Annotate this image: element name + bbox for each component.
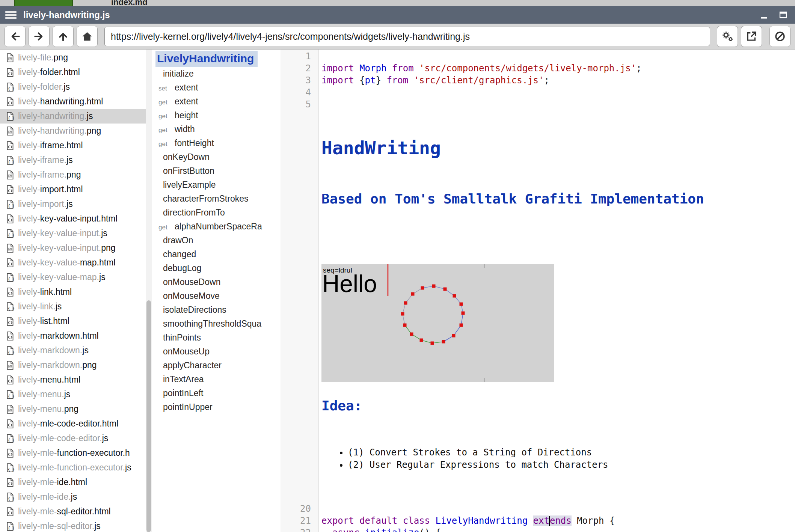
file-item[interactable]: lively-key-value-map.html — [0, 255, 146, 270]
outline-item[interactable]: directionFromTo — [152, 206, 281, 220]
file-name: lively-mle-ide.js — [18, 492, 77, 502]
outline-item[interactable]: applyCharacter — [152, 359, 281, 372]
file-item[interactable]: { }lively-menu.js — [0, 387, 146, 402]
file-item[interactable]: lively-key-value-input.png — [0, 241, 146, 255]
outline-item[interactable]: getalphaNumberSpaceRa — [152, 220, 281, 234]
outline-item[interactable]: characterFromStrokes — [152, 192, 281, 206]
file-item[interactable]: { }lively-mle-sql-editor.js — [0, 519, 146, 532]
outline-item[interactable]: isolateDirections — [152, 303, 281, 317]
markdown-h2: Based on Tom's Smalltalk Grafiti Impleme… — [321, 193, 704, 205]
file-item[interactable]: lively-menu.png — [0, 402, 146, 416]
file-list: lively-file.pnglively-folder.html{ }live… — [0, 50, 146, 532]
file-item[interactable]: { }lively-link.js — [0, 299, 146, 314]
file-item[interactable]: lively-markdown.html — [0, 329, 146, 343]
outline-item[interactable]: livelyExample — [152, 178, 281, 192]
outline-item[interactable]: pointInUpper — [152, 400, 281, 414]
file-item[interactable]: { }lively-markdown.js — [0, 343, 146, 358]
code-line-text[interactable]: import Morph from 'src/components/widget… — [318, 62, 642, 74]
js-file-icon: { } — [5, 521, 15, 531]
outline-item[interactable]: onMouseUp — [152, 345, 281, 359]
code-line-text[interactable] — [318, 98, 321, 110]
file-item[interactable]: { }lively-iframe.js — [0, 153, 146, 167]
outline-item[interactable]: drawOn — [152, 234, 281, 247]
back-button[interactable] — [5, 26, 26, 47]
outline-item[interactable]: onMouseMove — [152, 289, 281, 303]
code-line-text[interactable]: export default class LivelyHandwriting e… — [318, 515, 615, 527]
png-file-icon — [5, 243, 15, 253]
js-file-icon: { } — [5, 229, 15, 238]
file-item[interactable]: lively-folder.html — [0, 65, 146, 80]
file-item[interactable]: lively-import.html — [0, 182, 146, 197]
up-button[interactable] — [53, 26, 74, 47]
block-button[interactable] — [769, 26, 790, 47]
outline-item[interactable]: thinPoints — [152, 331, 281, 345]
file-item[interactable]: lively-menu.html — [0, 372, 146, 387]
outline-item[interactable]: onMouseDown — [152, 275, 281, 289]
png-file-icon — [5, 170, 15, 180]
html-file-icon — [5, 68, 15, 77]
outline-item[interactable]: onFirstButton — [152, 164, 281, 178]
file-name: lively-handwriting.html — [18, 96, 103, 107]
outline-item[interactable]: smoothingThresholdSqua — [152, 317, 281, 331]
file-item[interactable]: { }lively-mle-ide.js — [0, 490, 146, 504]
file-item[interactable]: { }lively-import.js — [0, 197, 146, 211]
settings-button[interactable] — [717, 26, 738, 47]
code-line: 21export default class LivelyHandwriting… — [281, 515, 795, 527]
file-item[interactable]: lively-mle-ide.html — [0, 475, 146, 490]
outline-item[interactable]: getheight — [152, 109, 281, 122]
code-editor[interactable]: 12import Morph from 'src/components/widg… — [281, 50, 795, 532]
outline-item[interactable]: getwidth — [152, 122, 281, 136]
file-item[interactable]: lively-mle-sql-editor.html — [0, 504, 146, 519]
file-item[interactable]: { }lively-mle-code-editor.js — [0, 431, 146, 446]
file-item[interactable]: { }lively-mle-function-executor.js — [0, 460, 146, 475]
file-item[interactable]: lively-file.png — [0, 50, 146, 65]
file-item[interactable]: lively-iframe.png — [0, 167, 146, 182]
file-item[interactable]: lively-mle-function-executor.h — [0, 446, 146, 460]
outline-item[interactable]: getfontHeight — [152, 136, 281, 150]
outline-class-title[interactable]: LivelyHandwriting — [155, 51, 258, 67]
file-item[interactable]: lively-mle-code-editor.html — [0, 416, 146, 431]
code-line-text[interactable]: async initialize() { — [318, 527, 441, 532]
file-item[interactable]: lively-link.html — [0, 285, 146, 299]
file-name: lively-folder.html — [18, 67, 80, 77]
maximize-button[interactable] — [778, 10, 788, 20]
js-file-icon: { } — [5, 199, 15, 209]
file-item[interactable]: { }lively-folder.js — [0, 80, 146, 94]
outline-item[interactable]: initialize — [152, 67, 281, 81]
url-input[interactable] — [104, 27, 710, 46]
scrollbar-thumb[interactable] — [146, 300, 151, 532]
code-line-text[interactable] — [318, 503, 321, 515]
outline-item[interactable]: getextent — [152, 95, 281, 109]
outline-item[interactable]: onKeyDown — [152, 150, 281, 164]
outline-item[interactable]: changed — [152, 247, 281, 261]
sidebar-scrollbar[interactable] — [146, 50, 152, 532]
outline-item[interactable]: pointInLeft — [152, 386, 281, 400]
file-item[interactable]: lively-iframe.html — [0, 138, 146, 153]
code-line-text[interactable] — [318, 50, 321, 62]
outline-item[interactable]: inTextArea — [152, 372, 281, 386]
html-file-icon — [5, 287, 15, 297]
code-line-text[interactable]: import {pt} from 'src/client/graphics.js… — [318, 74, 549, 86]
file-item[interactable]: { }lively-handwriting.js — [0, 109, 146, 124]
file-item[interactable]: lively-handwriting.html — [0, 94, 146, 109]
outline-item[interactable]: debugLog — [152, 261, 281, 275]
file-item[interactable]: lively-handwriting.png — [0, 124, 146, 138]
file-item[interactable]: lively-markdown.png — [0, 358, 146, 372]
menu-icon[interactable] — [5, 11, 17, 19]
html-file-icon — [5, 258, 15, 268]
svg-text:{ }: { } — [8, 277, 15, 281]
file-name: lively-mle-sql-editor.js — [18, 521, 101, 531]
open-external-button[interactable] — [741, 26, 762, 47]
code-line-text[interactable] — [318, 86, 321, 98]
forward-button[interactable] — [29, 26, 50, 47]
file-name: lively-key-value-map.html — [18, 258, 115, 268]
outline-item-label: extent — [175, 81, 198, 95]
file-item[interactable]: { }lively-key-value-input.js — [0, 226, 146, 241]
file-item[interactable]: { }lively-key-value-map.js — [0, 270, 146, 285]
file-item[interactable]: lively-key-value-input.html — [0, 211, 146, 226]
nav-toolbar — [0, 24, 795, 50]
home-button[interactable] — [77, 26, 98, 47]
minimize-button[interactable] — [760, 10, 769, 20]
file-item[interactable]: lively-list.html — [0, 314, 146, 329]
outline-item[interactable]: setextent — [152, 81, 281, 95]
